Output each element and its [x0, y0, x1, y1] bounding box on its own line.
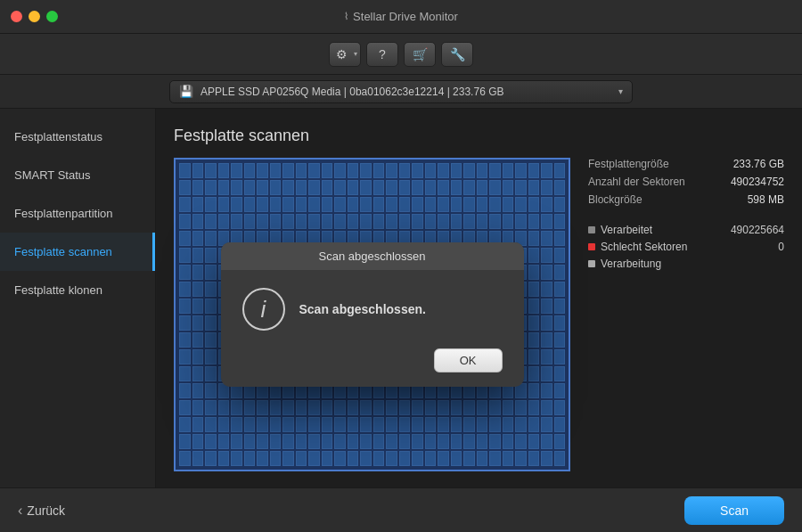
- verarbeitet-label: Verarbeitet: [601, 224, 652, 236]
- blockgroesse-label: Blockgröße: [588, 193, 642, 206]
- sidebar-item-festplattenstatus[interactable]: Festplattenstatus: [0, 118, 155, 156]
- schlecht-value: 0: [778, 241, 784, 253]
- disk-icon: 💾: [179, 85, 193, 98]
- sidebar-item-festplatte-klonen[interactable]: Festplatte klonen: [0, 271, 155, 309]
- help-icon: ?: [379, 47, 386, 61]
- scan-area: Scan abgeschlossen i Scan abgeschlossen.…: [174, 158, 784, 471]
- drive-selector-bar: 💾 APPLE SSD AP0256Q Media | 0ba01062c3e1…: [0, 75, 802, 109]
- info-row-blockgroesse: Blockgröße 598 MB: [588, 193, 784, 206]
- page-title: Festplatte scannen: [174, 127, 784, 145]
- legend-dot-verarbeitet: [588, 226, 595, 233]
- festplattengroesse-label: Festplattengröße: [588, 158, 669, 170]
- pulse-icon: ⌇: [344, 11, 348, 22]
- sidebar: Festplattenstatus SMART Status Festplatt…: [0, 109, 156, 487]
- ok-button[interactable]: OK: [434, 348, 503, 372]
- main-layout: Festplattenstatus SMART Status Festplatt…: [0, 109, 802, 487]
- content-area: Festplatte scannen Scan abgeschlossen i …: [156, 109, 802, 487]
- sidebar-item-festplattenpartition[interactable]: Festplattenpartition: [0, 194, 155, 233]
- verarbeitet-value: 490225664: [731, 224, 784, 236]
- schlecht-label: Schlecht Sektoren: [601, 241, 687, 253]
- festplattengroesse-value: 233.76 GB: [733, 158, 784, 170]
- wrench-button[interactable]: 🔧: [441, 42, 473, 67]
- sidebar-item-festplatte-scannen[interactable]: Festplatte scannen: [0, 233, 155, 271]
- info-row-anzahl: Anzahl der Sektoren 490234752: [588, 176, 784, 188]
- maximize-button[interactable]: [46, 11, 58, 22]
- drive-text: APPLE SSD AP0256Q Media | 0ba01062c3e122…: [200, 86, 611, 98]
- toolbar: ⚙ ▾ ? 🛒 🔧: [0, 34, 802, 75]
- bottom-bar: ‹ Zurück Scan: [0, 487, 802, 532]
- modal-footer: OK: [221, 348, 524, 387]
- modal-overlay: Scan abgeschlossen i Scan abgeschlossen.…: [176, 160, 569, 470]
- anzahl-label: Anzahl der Sektoren: [588, 176, 685, 188]
- minimize-button[interactable]: [29, 11, 40, 22]
- info-row-festplattengroesse: Festplattengröße 233.76 GB: [588, 158, 784, 170]
- verarbeitung-label: Verarbeitung: [601, 258, 661, 270]
- chevron-left-icon: ‹: [18, 503, 22, 519]
- sidebar-item-smart-status[interactable]: SMART Status: [0, 156, 155, 194]
- scan-complete-modal: Scan abgeschlossen i Scan abgeschlossen.…: [221, 242, 524, 387]
- info-circle-icon: i: [242, 288, 285, 331]
- help-button[interactable]: ?: [366, 42, 398, 67]
- close-button[interactable]: [11, 11, 22, 22]
- gear-icon: ⚙: [336, 47, 348, 61]
- blockgroesse-value: 598 MB: [748, 193, 784, 206]
- wrench-icon: 🔧: [450, 47, 465, 61]
- modal-header: Scan abgeschlossen: [221, 242, 524, 270]
- scan-grid-container: Scan abgeschlossen i Scan abgeschlossen.…: [174, 158, 570, 471]
- modal-message: Scan abgeschlossen.: [299, 302, 426, 316]
- info-panel: Festplattengröße 233.76 GB Anzahl der Se…: [588, 158, 784, 471]
- settings-button[interactable]: ⚙ ▾: [329, 42, 361, 67]
- legend-dot-schlecht: [588, 243, 595, 250]
- back-button[interactable]: ‹ Zurück: [18, 503, 65, 519]
- legend-verarbeitet: Verarbeitet 490225664: [588, 224, 784, 236]
- scan-button[interactable]: Scan: [684, 496, 784, 525]
- legend-verarbeitung: Verarbeitung: [588, 258, 784, 270]
- modal-body: i Scan abgeschlossen.: [221, 270, 524, 348]
- legend-dot-verarbeitung: [588, 260, 595, 267]
- dropdown-arrow-icon: ▾: [354, 50, 357, 58]
- cart-button[interactable]: 🛒: [404, 42, 436, 67]
- legend-schlecht: Schlecht Sektoren 0: [588, 241, 784, 253]
- back-label: Zurück: [27, 503, 65, 518]
- cart-icon: 🛒: [413, 47, 428, 61]
- anzahl-value: 490234752: [731, 176, 784, 188]
- app-title: ⌇ Stellar Drive Monitor: [344, 10, 458, 23]
- titlebar: ⌇ Stellar Drive Monitor: [0, 0, 802, 34]
- traffic-lights: [11, 11, 58, 22]
- chevron-down-icon: ▾: [618, 86, 623, 96]
- drive-selector[interactable]: 💾 APPLE SSD AP0256Q Media | 0ba01062c3e1…: [169, 80, 633, 103]
